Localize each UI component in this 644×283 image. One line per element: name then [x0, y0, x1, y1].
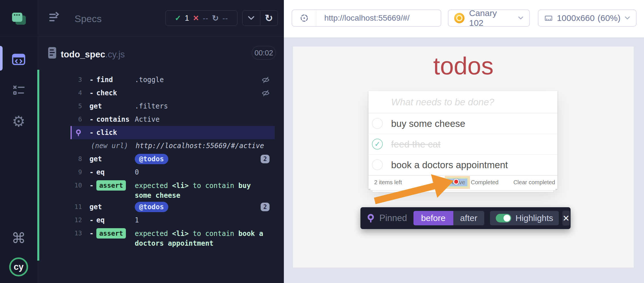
snapshot-toggle-group: before after [413, 211, 484, 225]
command-row-contains[interactable]: 6 -contains Active [71, 113, 275, 126]
new-url-row: (new url) http://localhost:55669/#/activ… [71, 139, 275, 152]
command-number: 11 [72, 200, 82, 214]
command-number: 4 [72, 86, 82, 100]
command-number: 13 [72, 227, 82, 240]
card-stack-sheet [372, 191, 554, 192]
alias-badge: @todos [135, 154, 168, 164]
assert-message: expected <li> to contain book a doctors … [135, 227, 267, 248]
cypress-logo: cy [9, 257, 28, 276]
url-text[interactable]: http://localhost:55669/#/ [324, 13, 409, 23]
assert-row-appointment[interactable]: 13 -assert expected <li> to contain book… [71, 227, 275, 248]
element-count-badge: 2 [261, 203, 270, 211]
close-icon: ✕ [562, 213, 569, 223]
new-todo-input[interactable]: What needs to be done? [368, 91, 557, 113]
sidebar-divider [0, 36, 37, 37]
assert-badge: assert [96, 180, 126, 191]
filter-all[interactable]: All [432, 178, 445, 187]
todo-item: book a doctors appointment [368, 155, 557, 175]
todo-footer: 2 items left All Active Completed Clear … [368, 175, 557, 189]
highlights-label: Highlights [516, 213, 553, 223]
selector-playground-button[interactable] [292, 10, 316, 26]
passing-test-bar [37, 70, 39, 261]
cypress-browsers-icon[interactable] [0, 10, 37, 28]
gear-icon: ⚙ [12, 114, 26, 129]
test-list-icon [12, 84, 25, 96]
stacked-windows-icon [10, 11, 27, 26]
todo-toggle-checked[interactable]: ✓ [372, 139, 383, 150]
todo-app-title: todos [293, 52, 634, 80]
app-iframe: todos What needs to be done? buy some ch… [293, 46, 634, 268]
rerun-tests-button[interactable]: ↻ [260, 11, 278, 26]
highlights-control[interactable]: Highlights [490, 211, 559, 225]
assert-row-cheese[interactable]: 10 -assert expected <li> to contain buy … [71, 179, 275, 200]
sidebar-item-specs[interactable] [0, 52, 37, 67]
clear-completed-button[interactable]: Clear completed [513, 176, 555, 189]
snapshot-before-button[interactable]: before [413, 211, 453, 225]
new-url-value: http://localhost:55669/#/active [136, 139, 264, 152]
pending-count: -- [223, 14, 228, 23]
command-row-eq-0[interactable]: 9 -eq 0 [71, 166, 275, 179]
browser-name: Canary 102 [469, 8, 513, 28]
command-row-find[interactable]: 3 -find .toggle [71, 73, 275, 86]
passed-count: 1 [185, 14, 189, 23]
todo-toggle[interactable] [372, 159, 383, 170]
refresh-icon: ↻ [265, 12, 273, 24]
highlights-toggle-on[interactable] [496, 214, 511, 222]
cypress-logo-button[interactable]: cy [0, 257, 37, 277]
command-row-eq-1[interactable]: 12 -eq 1 [71, 214, 275, 227]
command-args: 0 [135, 166, 139, 179]
command-name: -eq [89, 214, 135, 227]
passed-icon: ✓ [175, 14, 181, 23]
command-name: -assert [89, 179, 135, 192]
element-count-badge: 2 [261, 155, 270, 163]
viewport-size: 1000x660 [557, 13, 595, 23]
assert-badge: assert [96, 228, 126, 239]
browser-select[interactable]: Canary 102 [448, 9, 530, 27]
command-number: 8 [72, 152, 82, 166]
todo-card: What needs to be done? buy some cheese ✓… [368, 91, 557, 189]
command-row-get-filters[interactable]: 5 get .filters [71, 100, 275, 113]
collapse-all-button[interactable] [243, 11, 260, 26]
chevron-down-icon [518, 16, 524, 20]
click-event-dot [453, 179, 459, 185]
command-row-get-todos-2[interactable]: 11 get @todos 2 [71, 200, 275, 214]
filter-completed[interactable]: Completed [471, 176, 499, 189]
sidebar-item-runs[interactable] [0, 83, 37, 97]
todo-toggle[interactable] [372, 118, 383, 129]
command-name: get [89, 100, 135, 113]
viewport-select[interactable]: 1000x660 (60%) [538, 9, 637, 27]
command-number: 6 [72, 113, 82, 126]
reporter-header-divider [37, 36, 284, 37]
chevron-down-icon [248, 16, 255, 20]
command-row-check[interactable]: 4 -check [71, 86, 275, 100]
command-log: 3 -find .toggle 4 -check 5 get .filters [71, 73, 275, 248]
failed-count: -- [203, 14, 208, 23]
command-name: get [89, 152, 135, 166]
cypress-runner-window: ⚙ ⌘ cy Specs ✓ 1 ✕ -- ↻ -- [0, 0, 644, 283]
command-icon: ⌘ [11, 230, 26, 246]
failed-icon: ✕ [193, 14, 199, 23]
unpin-button[interactable]: ✕ [562, 211, 569, 226]
command-row-get-todos[interactable]: 8 get @todos 2 [71, 152, 275, 166]
browser-pane: http://localhost:55669/#/ Canary 102 100… [284, 0, 644, 283]
specs-menu-icon[interactable] [48, 11, 61, 24]
spec-duration-badge: 00:02 [252, 46, 276, 60]
pinned-toolbar: Pinned before after Highlights ✕ [360, 207, 571, 229]
new-todo-placeholder: What needs to be done? [391, 91, 494, 113]
command-number: 10 [72, 179, 82, 192]
keyboard-shortcuts-button[interactable]: ⌘ [0, 230, 37, 246]
snapshot-after-button[interactable]: after [453, 211, 484, 225]
command-name: -click [89, 126, 135, 139]
viewport-zoom: (60%) [598, 13, 620, 23]
command-row-click-pinned[interactable]: -click [71, 126, 275, 139]
todo-label: feed the cat [391, 134, 440, 155]
ruler-icon [544, 13, 553, 23]
assert-message: expected <li> to contain buy some cheese [135, 179, 267, 200]
chrome-canary-icon [454, 13, 465, 23]
command-number: 12 [72, 214, 82, 227]
spec-file-name[interactable]: todo_spec.cy.js [61, 48, 125, 61]
sidebar-item-settings[interactable]: ⚙ [0, 114, 37, 129]
url-bar[interactable]: http://localhost:55669/#/ [292, 9, 441, 27]
command-args: Active [135, 113, 160, 126]
todo-item-completed: ✓ feed the cat [368, 134, 557, 155]
